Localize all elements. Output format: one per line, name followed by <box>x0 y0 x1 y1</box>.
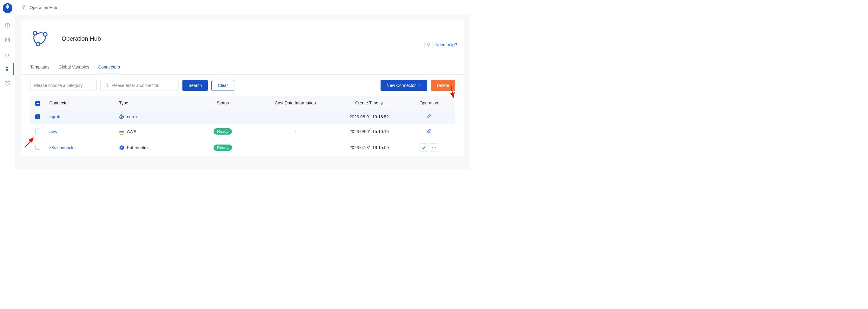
row-checkbox[interactable] <box>35 129 40 133</box>
new-connector-label: New Connector <box>386 83 416 88</box>
th-connector[interactable]: Connector <box>45 96 115 109</box>
type-label: ngrok <box>127 114 137 119</box>
svg-point-8 <box>7 67 9 68</box>
sidebar-item-settings[interactable] <box>1 77 13 89</box>
create-time-cell: 2023-08-01 15:10:16 <box>336 124 403 139</box>
svg-point-9 <box>6 69 8 71</box>
sidebar-item-dashboard[interactable] <box>1 19 13 31</box>
tab-global-variables[interactable]: Global Variables <box>59 60 89 74</box>
svg-point-15 <box>43 33 47 36</box>
sort-icon[interactable] <box>380 101 383 105</box>
search-button[interactable]: Search <box>182 80 208 91</box>
more-button[interactable] <box>430 143 438 152</box>
sidebar-item-analytics[interactable] <box>1 48 13 60</box>
annotation-arrow-delete <box>448 84 457 100</box>
th-create-time-label: Create Time <box>355 101 378 105</box>
status-badge: Ready <box>214 128 232 135</box>
connector-link[interactable]: ngrok <box>50 114 60 119</box>
create-time-cell: 2023-08-01 19:18:52 <box>336 109 403 124</box>
svg-point-18 <box>121 116 123 117</box>
svg-point-23 <box>435 147 435 148</box>
type-cell: aws AWS <box>119 129 186 134</box>
th-operation: Operation <box>403 96 455 109</box>
cost-cell: - <box>255 109 336 124</box>
page-header: Operation Hub Need help? <box>21 20 464 54</box>
connector-search-input[interactable] <box>112 83 175 88</box>
connector-link[interactable]: k8s-connector <box>50 145 76 150</box>
search-icon <box>104 83 108 88</box>
page-title: Operation Hub <box>62 35 101 42</box>
edit-button[interactable] <box>427 129 431 134</box>
type-cell: Kubernetes <box>119 145 186 150</box>
svg-rect-4 <box>8 38 9 39</box>
app-logo[interactable] <box>2 3 13 13</box>
breadcrumb-label: Operation Hub <box>30 5 57 10</box>
status-badge: Ready <box>214 144 232 151</box>
svg-point-7 <box>5 67 6 68</box>
annotation-arrow-checkbox <box>24 136 36 148</box>
chevron-down-icon <box>418 83 421 88</box>
th-type[interactable]: Type <box>115 96 191 109</box>
table-row: aws aws AWS Ready <box>30 124 455 139</box>
operation-hub-icon <box>30 29 50 48</box>
cost-cell: - <box>255 124 336 139</box>
edit-button[interactable] <box>420 143 428 152</box>
chevron-down-icon <box>89 83 93 88</box>
type-label: AWS <box>127 129 136 134</box>
tab-connectors[interactable]: Connectors <box>98 60 120 74</box>
svg-point-16 <box>36 42 40 46</box>
th-create-time[interactable]: Create Time <box>336 96 403 109</box>
svg-rect-5 <box>5 40 7 42</box>
connector-link[interactable]: aws <box>50 129 57 134</box>
toolbar: Please choose a category Search Clear <box>21 74 464 96</box>
edit-button[interactable] <box>427 114 431 119</box>
type-cell: ngrok <box>119 114 186 119</box>
svg-point-21 <box>433 147 433 148</box>
svg-line-25 <box>25 138 33 147</box>
clear-button[interactable]: Clear <box>211 80 234 91</box>
category-select[interactable]: Please choose a category <box>30 80 97 91</box>
category-placeholder: Please choose a category <box>34 83 83 88</box>
select-all-checkbox[interactable] <box>35 101 40 106</box>
sidebar <box>0 0 15 169</box>
row-checkbox[interactable]: ✓ <box>35 114 40 119</box>
svg-rect-6 <box>8 40 9 42</box>
bulb-icon <box>424 41 433 48</box>
settings-gear-icon <box>119 114 124 119</box>
new-connector-button[interactable]: New Connector <box>380 80 427 91</box>
breadcrumb: Operation Hub <box>15 0 470 15</box>
help-label: Need help? <box>435 42 457 47</box>
table-row: ✓ ngrok ngrok - - <box>30 109 455 124</box>
create-time-cell: 2023-07-31 19:15:00 <box>336 139 403 156</box>
th-cost[interactable]: Cost Data Information <box>255 96 336 109</box>
help-link[interactable]: Need help? <box>424 41 457 48</box>
table-row: k8s-connector Kubernetes Ready <box>30 139 455 156</box>
aws-icon: aws <box>119 129 124 134</box>
svg-line-27 <box>451 85 453 97</box>
sidebar-item-operation-hub[interactable] <box>1 63 13 75</box>
svg-point-20 <box>121 147 123 148</box>
breadcrumb-icon <box>21 4 26 10</box>
sidebar-item-apps[interactable] <box>1 34 13 46</box>
kubernetes-icon <box>119 145 124 150</box>
connectors-table: Connector Type Status Cost Data Informat… <box>30 96 455 156</box>
svg-point-10 <box>7 83 8 84</box>
svg-rect-3 <box>5 38 7 39</box>
svg-point-17 <box>105 83 107 86</box>
cost-cell <box>255 139 336 156</box>
table-header-row: Connector Type Status Cost Data Informat… <box>30 96 455 109</box>
th-status[interactable]: Status <box>191 96 255 109</box>
connector-search[interactable] <box>100 80 179 91</box>
tabs: Templates Global Variables Connectors <box>21 60 464 74</box>
svg-point-22 <box>434 147 434 148</box>
tab-templates[interactable]: Templates <box>30 60 50 74</box>
type-label: Kubernetes <box>127 145 149 150</box>
status-cell: - <box>191 109 255 124</box>
